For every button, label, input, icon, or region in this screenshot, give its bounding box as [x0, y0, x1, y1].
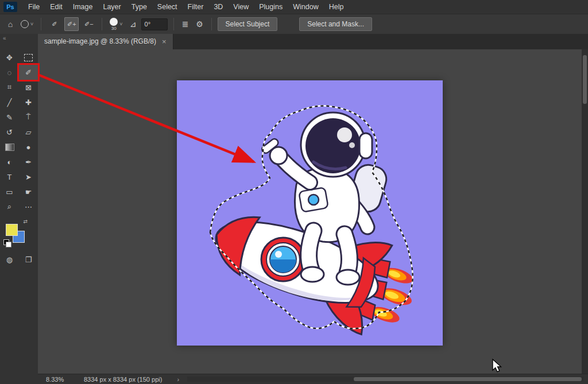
astronaut-boot	[336, 270, 359, 285]
healing-brush-icon: ✚	[25, 98, 32, 107]
tool-brush[interactable]: ✎	[0, 110, 19, 125]
tool-shape[interactable]: ▭	[0, 184, 19, 199]
vertical-scrollbar[interactable]	[582, 49, 588, 374]
horizontal-scrollbar-thumb[interactable]	[354, 377, 582, 381]
separator	[102, 18, 102, 30]
separator	[41, 18, 41, 30]
tool-clone-stamp[interactable]: ⍑	[19, 110, 38, 125]
close-icon[interactable]: ×	[162, 37, 167, 46]
menu-plugins[interactable]: Plugins	[254, 0, 288, 14]
menu-filter[interactable]: Filter	[183, 0, 209, 14]
tool-screen-mode[interactable]: ❐	[19, 252, 38, 267]
clone-stamp-icon: ⍑	[26, 113, 31, 122]
tool-eyedropper[interactable]: ╱	[0, 95, 19, 110]
select-subject-button[interactable]: Select Subject	[218, 17, 278, 31]
tool-healing-brush[interactable]: ✚	[19, 95, 38, 110]
crop-icon: ⌗	[7, 83, 11, 92]
workspace: « ✥ ◌ ✐ ⌗ ⊠ ╱ ✚ ✎ ⍑ ↺ ▱ ● ◐ ✒ T ➤ ▭	[0, 33, 588, 384]
tool-frame[interactable]: ⊠	[19, 80, 38, 95]
screen-mode-icon: ❐	[25, 255, 32, 264]
menu-3d[interactable]: 3D	[208, 0, 228, 14]
blur-icon: ●	[26, 143, 31, 152]
zoom-icon: ⌕	[7, 202, 11, 211]
astronaut-ear-cover	[359, 133, 372, 158]
tool-path-select[interactable]: ➤	[19, 169, 38, 184]
tool-gradient[interactable]	[0, 139, 19, 154]
sample-all-layers-icon[interactable]: ≣	[180, 20, 191, 29]
ellipsis-icon: ⋯	[25, 203, 32, 211]
horizontal-scrollbar[interactable]	[187, 377, 583, 382]
brush-icon: ✎	[6, 113, 13, 122]
tool-marquee[interactable]	[19, 50, 38, 65]
tool-preset-picker[interactable]: ˅	[19, 19, 35, 29]
canvas-area[interactable]	[38, 49, 588, 374]
angle-input[interactable]: 0°	[141, 18, 168, 30]
new-selection-icon: ✐	[52, 21, 57, 28]
tool-quick-selection[interactable]: ✐	[19, 65, 38, 80]
tool-zoom[interactable]: ⌕	[0, 199, 19, 214]
marquee-icon	[24, 54, 33, 61]
tool-bar: « ✥ ◌ ✐ ⌗ ⊠ ╱ ✚ ✎ ⍑ ↺ ▱ ● ◐ ✒ T ➤ ▭	[0, 33, 38, 384]
select-and-mask-button[interactable]: Select and Mask...	[299, 17, 372, 31]
foreground-color-swatch[interactable]	[6, 224, 18, 236]
tool-dodge[interactable]: ◐	[0, 154, 19, 169]
menu-layer[interactable]: Layer	[98, 0, 126, 14]
canvas-artwork	[177, 80, 443, 346]
document-tab[interactable]: sample-image.jpg @ 8.33% (RGB/8) ×	[38, 33, 173, 49]
menu-select[interactable]: Select	[152, 0, 183, 14]
tool-quick-mask[interactable]: ◍	[0, 252, 19, 267]
tool-type[interactable]: T	[0, 169, 19, 184]
menu-type[interactable]: Type	[126, 0, 152, 14]
tool-more-options[interactable]: ⋯	[19, 199, 38, 214]
brush-preset-icon	[21, 20, 29, 28]
menu-file[interactable]: File	[23, 0, 45, 14]
brush-size-preview-icon	[110, 18, 118, 26]
tool-pen[interactable]: ✒	[19, 154, 38, 169]
status-bar: 8.33% 8334 px x 8334 px (150 ppi) ›	[38, 374, 588, 384]
lasso-icon: ◌	[7, 68, 12, 77]
separator	[173, 18, 174, 30]
vertical-scrollbar-thumb[interactable]	[583, 55, 587, 104]
menu-edit[interactable]: Edit	[45, 0, 68, 14]
menu-bar: Ps File Edit Image Layer Type Select Fil…	[0, 0, 588, 14]
tool-lasso[interactable]: ◌	[0, 65, 19, 80]
tool-move[interactable]: ✥	[0, 50, 19, 65]
eraser-icon: ▱	[26, 128, 32, 137]
tool-blur[interactable]: ●	[19, 139, 38, 154]
tool-history-brush[interactable]: ↺	[0, 125, 19, 139]
collapse-panels-icon[interactable]: «	[0, 33, 38, 45]
brush-size-picker[interactable]: 30 ˅	[108, 17, 124, 32]
gear-icon[interactable]: ⚙	[194, 20, 206, 29]
photoshop-logo: Ps	[3, 2, 17, 12]
rocket-window	[261, 238, 305, 281]
menu-image[interactable]: Image	[68, 0, 98, 14]
add-to-selection-icon: ✐+	[67, 21, 76, 28]
options-bar: ⌂ ˅ ✐ ✐+ ✐− 30 ˅ ⊿ 0° ≣ ⚙ Se	[0, 14, 588, 34]
status-chevron-icon[interactable]: ›	[177, 376, 179, 383]
brush-size-value: 30	[111, 26, 117, 31]
path-select-icon: ➤	[25, 173, 32, 181]
angle-icon: ⊿	[127, 20, 139, 29]
home-icon[interactable]: ⌂	[5, 20, 16, 29]
subtract-from-selection-button[interactable]: ✐−	[82, 17, 96, 31]
document-tab-title: sample-image.jpg @ 8.33% (RGB/8)	[44, 37, 156, 45]
add-to-selection-button[interactable]: ✐+	[64, 17, 79, 31]
document-tab-bar: sample-image.jpg @ 8.33% (RGB/8) ×	[38, 33, 588, 49]
move-icon: ✥	[6, 53, 13, 62]
menu-window[interactable]: Window	[288, 0, 323, 14]
tool-eraser[interactable]: ▱	[19, 125, 38, 139]
tool-crop[interactable]: ⌗	[0, 80, 19, 95]
default-colors-icon[interactable]	[3, 239, 9, 245]
menu-help[interactable]: Help	[324, 0, 349, 14]
history-brush-icon: ↺	[6, 128, 13, 137]
eyedropper-icon: ╱	[7, 98, 12, 107]
zoom-level[interactable]: 8.33%	[46, 376, 76, 383]
tool-hand[interactable]: ☛	[19, 184, 38, 199]
menu-view[interactable]: View	[228, 0, 254, 14]
quick-mask-icon: ◍	[6, 255, 13, 264]
dodge-icon: ◐	[7, 158, 12, 166]
document-canvas[interactable]	[177, 80, 443, 346]
separator	[211, 18, 212, 30]
swap-colors-icon[interactable]: ⇄	[23, 219, 28, 224]
new-selection-button[interactable]: ✐	[47, 17, 61, 31]
